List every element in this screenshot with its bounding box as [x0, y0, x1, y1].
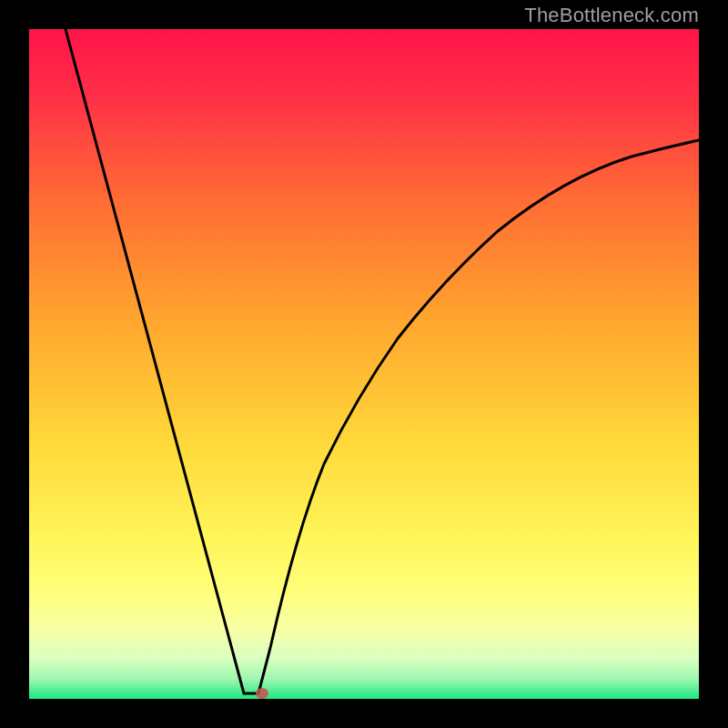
vertex-marker [256, 688, 268, 699]
chart-frame: TheBottleneck.com [0, 0, 728, 728]
curve-right-branch [258, 140, 699, 693]
curve-left-branch [66, 29, 258, 693]
plot-area [29, 29, 699, 699]
watermark-text: TheBottleneck.com [524, 4, 699, 27]
bottleneck-curve [29, 29, 699, 699]
